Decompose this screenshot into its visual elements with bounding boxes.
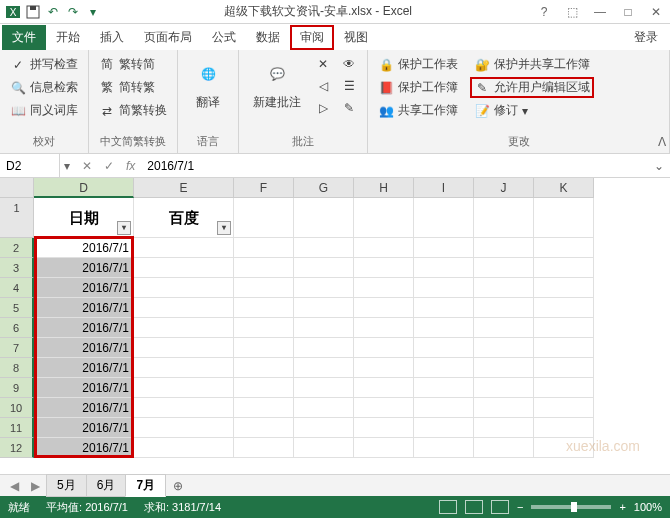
cell-K2[interactable] xyxy=(534,238,594,258)
cell-G1[interactable] xyxy=(294,198,354,238)
select-all-corner[interactable] xyxy=(0,178,34,198)
cell-I6[interactable] xyxy=(414,318,474,338)
zoom-level[interactable]: 100% xyxy=(634,501,662,513)
simp-trad-conv-button[interactable]: ⇄简繁转换 xyxy=(95,100,171,121)
cell-G10[interactable] xyxy=(294,398,354,418)
cell-G3[interactable] xyxy=(294,258,354,278)
ribbon-display-icon[interactable]: ⬚ xyxy=(562,5,582,19)
row-header-4[interactable]: 4 xyxy=(0,278,34,298)
cell-G12[interactable] xyxy=(294,438,354,458)
undo-icon[interactable]: ↶ xyxy=(44,3,62,21)
zoom-slider[interactable] xyxy=(531,505,611,509)
col-header-E[interactable]: E xyxy=(134,178,234,198)
protect-share-button[interactable]: 🔐保护并共享工作簿 xyxy=(470,54,594,75)
cell-D4[interactable]: 2016/7/1 xyxy=(34,278,134,298)
cell-J12[interactable] xyxy=(474,438,534,458)
col-header-D[interactable]: D xyxy=(34,178,134,198)
cell-E8[interactable] xyxy=(134,358,234,378)
row-header-7[interactable]: 7 xyxy=(0,338,34,358)
cell-I1[interactable] xyxy=(414,198,474,238)
trad2simp-button[interactable]: 简繁转简 xyxy=(95,54,171,75)
spellcheck-button[interactable]: ✓拼写检查 xyxy=(6,54,82,75)
filter-dropdown-D[interactable]: ▾ xyxy=(117,221,131,235)
expand-formula-icon[interactable]: ⌄ xyxy=(648,159,670,173)
cell-J2[interactable] xyxy=(474,238,534,258)
col-header-G[interactable]: G xyxy=(294,178,354,198)
share-workbook-button[interactable]: 👥共享工作簿 xyxy=(374,100,462,121)
name-box[interactable]: D2 xyxy=(0,154,60,177)
track-changes-button[interactable]: 📝修订 ▾ xyxy=(470,100,594,121)
cell-E9[interactable] xyxy=(134,378,234,398)
cell-H11[interactable] xyxy=(354,418,414,438)
cell-H6[interactable] xyxy=(354,318,414,338)
cell-D10[interactable]: 2016/7/1 xyxy=(34,398,134,418)
row-header-1[interactable]: 1 xyxy=(0,198,34,238)
cell-D3[interactable]: 2016/7/1 xyxy=(34,258,134,278)
cell-H7[interactable] xyxy=(354,338,414,358)
cell-E11[interactable] xyxy=(134,418,234,438)
cell-H3[interactable] xyxy=(354,258,414,278)
zoom-out-icon[interactable]: − xyxy=(517,501,523,513)
sheet-nav-next-icon[interactable]: ▶ xyxy=(25,479,46,493)
cell-H8[interactable] xyxy=(354,358,414,378)
cell-D9[interactable]: 2016/7/1 xyxy=(34,378,134,398)
cell-H12[interactable] xyxy=(354,438,414,458)
research-button[interactable]: 🔍信息检索 xyxy=(6,77,82,98)
cell-K7[interactable] xyxy=(534,338,594,358)
cell-F9[interactable] xyxy=(234,378,294,398)
cell-E3[interactable] xyxy=(134,258,234,278)
cell-D12[interactable]: 2016/7/1 xyxy=(34,438,134,458)
cell-K1[interactable] xyxy=(534,198,594,238)
cell-K6[interactable] xyxy=(534,318,594,338)
cell-I8[interactable] xyxy=(414,358,474,378)
cell-F11[interactable] xyxy=(234,418,294,438)
enter-formula-icon[interactable]: ✓ xyxy=(100,159,118,173)
tab-insert[interactable]: 插入 xyxy=(90,25,134,50)
cell-K12[interactable] xyxy=(534,438,594,458)
qat-dropdown-icon[interactable]: ▾ xyxy=(84,3,102,21)
cell-F3[interactable] xyxy=(234,258,294,278)
cell-J6[interactable] xyxy=(474,318,534,338)
cell-G6[interactable] xyxy=(294,318,354,338)
formula-bar[interactable] xyxy=(143,159,644,173)
login-link[interactable]: 登录 xyxy=(624,25,668,50)
cell-F7[interactable] xyxy=(234,338,294,358)
cell-J11[interactable] xyxy=(474,418,534,438)
cell-K9[interactable] xyxy=(534,378,594,398)
cell-J10[interactable] xyxy=(474,398,534,418)
maximize-icon[interactable]: □ xyxy=(618,5,638,19)
sheet-tab-july[interactable]: 7月 xyxy=(125,474,166,497)
cell-D6[interactable]: 2016/7/1 xyxy=(34,318,134,338)
cell-G7[interactable] xyxy=(294,338,354,358)
cell-F8[interactable] xyxy=(234,358,294,378)
sheet-tab-june[interactable]: 6月 xyxy=(86,474,127,497)
cell-D5[interactable]: 2016/7/1 xyxy=(34,298,134,318)
thesaurus-button[interactable]: 📖同义词库 xyxy=(6,100,82,121)
tab-review[interactable]: 审阅 xyxy=(290,25,334,50)
cell-F12[interactable] xyxy=(234,438,294,458)
col-header-K[interactable]: K xyxy=(534,178,594,198)
close-icon[interactable]: ✕ xyxy=(646,5,666,19)
cell-I10[interactable] xyxy=(414,398,474,418)
tab-home[interactable]: 开始 xyxy=(46,25,90,50)
cell-K10[interactable] xyxy=(534,398,594,418)
cell-J1[interactable] xyxy=(474,198,534,238)
cell-E1[interactable]: 百度▾ xyxy=(134,198,234,238)
sheet-nav-prev-icon[interactable]: ◀ xyxy=(4,479,25,493)
cell-J5[interactable] xyxy=(474,298,534,318)
row-header-8[interactable]: 8 xyxy=(0,358,34,378)
col-header-J[interactable]: J xyxy=(474,178,534,198)
cancel-formula-icon[interactable]: ✕ xyxy=(78,159,96,173)
col-header-I[interactable]: I xyxy=(414,178,474,198)
cell-D7[interactable]: 2016/7/1 xyxy=(34,338,134,358)
cell-I3[interactable] xyxy=(414,258,474,278)
cell-H9[interactable] xyxy=(354,378,414,398)
add-sheet-icon[interactable]: ⊕ xyxy=(165,479,191,493)
tab-file[interactable]: 文件 xyxy=(2,25,46,50)
minimize-icon[interactable]: — xyxy=(590,5,610,19)
cell-I2[interactable] xyxy=(414,238,474,258)
cell-E10[interactable] xyxy=(134,398,234,418)
cell-E6[interactable] xyxy=(134,318,234,338)
new-comment-button[interactable]: 💬新建批注 xyxy=(245,54,309,115)
cell-J7[interactable] xyxy=(474,338,534,358)
